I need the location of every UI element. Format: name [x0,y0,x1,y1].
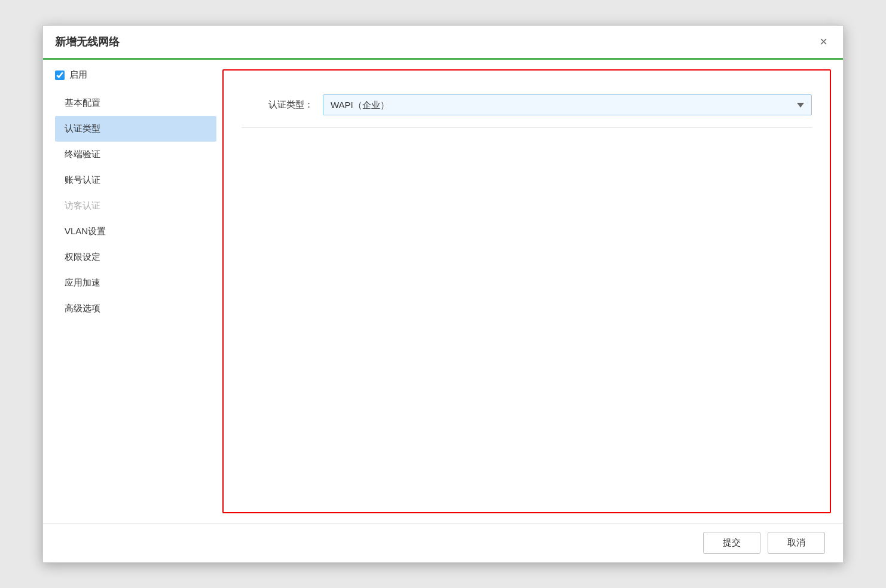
dialog-body: 启用 基本配置 认证类型 终端验证 账号认证 访客认证 VLAN设置 权限设定 … [43,60,843,523]
enable-label: 启用 [69,69,87,81]
enable-row: 启用 [55,69,216,81]
close-button[interactable]: × [816,34,831,50]
auth-type-label: 认证类型： [242,99,313,111]
content-inner: 认证类型： 不认证 WEP WPA-个人 WPA-企业 WPA2-个人 WPA2… [224,71,830,140]
auth-type-control: 不认证 WEP WPA-个人 WPA-企业 WPA2-个人 WPA2-企业 WA… [323,94,812,115]
sidebar-item-auth-type[interactable]: 认证类型 [55,116,216,142]
auth-type-row: 认证类型： 不认证 WEP WPA-个人 WPA-企业 WPA2-个人 WPA2… [242,82,812,128]
sidebar: 启用 基本配置 认证类型 终端验证 账号认证 访客认证 VLAN设置 权限设定 … [55,69,222,513]
dialog-title: 新增无线网络 [55,35,120,49]
enable-checkbox[interactable] [55,71,65,80]
main-content: 认证类型： 不认证 WEP WPA-个人 WPA-企业 WPA2-个人 WPA2… [222,69,831,513]
sidebar-item-visitor-auth: 访客认证 [55,193,216,219]
auth-type-select[interactable]: 不认证 WEP WPA-个人 WPA-企业 WPA2-个人 WPA2-企业 WA… [323,94,812,115]
sidebar-item-vlan[interactable]: VLAN设置 [55,219,216,244]
sidebar-item-advanced[interactable]: 高级选项 [55,296,216,321]
dialog-footer: 提交 取消 [43,523,843,562]
cancel-button[interactable]: 取消 [768,532,825,554]
submit-button[interactable]: 提交 [703,532,760,554]
nav-list: 基本配置 认证类型 终端验证 账号认证 访客认证 VLAN设置 权限设定 应用加… [55,90,216,321]
sidebar-item-terminal-auth[interactable]: 终端验证 [55,142,216,167]
sidebar-item-app-accel[interactable]: 应用加速 [55,270,216,296]
dialog: 新增无线网络 × 启用 基本配置 认证类型 终端验证 账号认证 访客认证 VLA… [42,25,844,563]
sidebar-item-account-auth[interactable]: 账号认证 [55,167,216,193]
dialog-header: 新增无线网络 × [43,26,843,60]
sidebar-item-permission[interactable]: 权限设定 [55,244,216,270]
sidebar-item-basic[interactable]: 基本配置 [55,90,216,116]
